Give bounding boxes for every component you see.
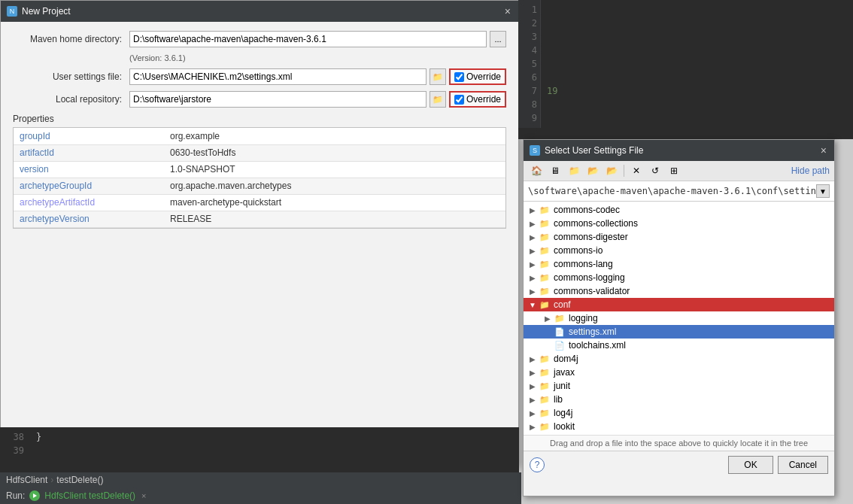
tree-label: dom4j [554, 354, 578, 364]
settings-close-button[interactable]: × [819, 144, 828, 156]
code-line: 19 [547, 84, 557, 98]
user-settings-override-checkbox[interactable] [454, 72, 464, 82]
tree-item-logging[interactable]: ▶ 📁 logging [524, 311, 834, 325]
folder-icon: 📁 [554, 313, 566, 323]
tree-item-settings-xml[interactable]: ▶ 📄 settings.xml [524, 325, 834, 339]
properties-table: groupId org.example artifactId 0630-test… [13, 127, 506, 229]
settings-titlebar: S Select User Settings File × [524, 140, 834, 161]
toolbar-refresh-button[interactable]: ↺ [647, 163, 663, 178]
tree-item-commons-lang[interactable]: ▶ 📁 commons-lang [524, 257, 834, 271]
tree-item-toolchains-xml[interactable]: ▶ 📄 toolchains.xml [524, 339, 834, 352]
folder-icon: 📁 [539, 272, 551, 283]
expand-icon: ▶ [527, 409, 539, 417]
run-icon [29, 490, 40, 501]
maven-version-text: (Version: 3.6.1) [129, 53, 506, 62]
line-number-39: 39 [0, 444, 24, 457]
tree-item-commons-logging[interactable]: ▶ 📁 commons-logging [524, 271, 834, 284]
folder-icon: 📁 [539, 367, 551, 378]
maven-home-input[interactable] [129, 31, 487, 47]
line-number: 4 [518, 44, 537, 57]
prop-val-2: 1.0-SNAPSHOT [164, 161, 505, 178]
tree-item-lib[interactable]: ▶ 📁 lib [524, 393, 834, 406]
run-tab-close[interactable]: × [141, 491, 146, 500]
maven-home-label: Maven home directory: [13, 34, 129, 44]
path-browse-button[interactable]: ▼ [816, 184, 830, 198]
code-line [547, 71, 557, 84]
maven-home-row: Maven home directory: ... [13, 31, 506, 47]
settings-toolbar: 🏠 🖥 📁 📂 📂 ✕ ↺ ⊞ Hide path [524, 161, 834, 181]
tree-label: toolchains.xml [569, 340, 626, 351]
toolbar-home-button[interactable]: 🏠 [528, 163, 545, 178]
local-repo-override-label: Override [466, 94, 501, 105]
local-repo-override-group: Override [449, 91, 506, 108]
tree-item-commons-collections[interactable]: ▶ 📁 commons-collections [524, 217, 834, 230]
help-button[interactable]: ? [530, 457, 545, 472]
file-tree[interactable]: ▶ 📁 commons-codec ▶ 📁 commons-collection… [524, 202, 834, 435]
toolbar-desktop-button[interactable]: 🖥 [547, 163, 563, 178]
run-label: Run: [6, 490, 25, 501]
ok-button[interactable]: OK [728, 456, 773, 474]
tree-item-junit[interactable]: ▶ 📁 junit [524, 379, 834, 393]
breadcrumb-bar: HdfsClient › testDelete() [0, 472, 521, 487]
code-content: 19 [541, 0, 563, 101]
tree-item-conf[interactable]: ▼ 📁 conf [524, 298, 834, 311]
tree-item-commons-digester[interactable]: ▶ 📁 commons-digester [524, 230, 834, 244]
line-number: 8 [518, 98, 537, 111]
line-number-38: 38 [0, 430, 24, 444]
user-settings-input[interactable] [129, 68, 426, 85]
code-line [547, 57, 557, 71]
tree-item-commons-validator[interactable]: ▶ 📁 commons-validator [524, 284, 834, 298]
settings-dialog: S Select User Settings File × 🏠 🖥 📁 📂 📂 … [523, 139, 835, 496]
code-line [547, 3, 557, 17]
tree-item-lookit[interactable]: ▶ 📁 lookit [524, 420, 834, 433]
toolbar-folder-button[interactable]: 📁 [566, 163, 582, 178]
maven-home-browse-button[interactable]: ... [490, 31, 506, 47]
new-project-titlebar: N New Project × [1, 1, 518, 22]
local-repo-input[interactable] [129, 91, 426, 108]
tree-label: conf [554, 299, 571, 310]
toolbar-separator [624, 165, 624, 177]
xml-icon: 📄 [554, 340, 566, 351]
breadcrumb-separator: › [50, 475, 53, 485]
path-input[interactable] [528, 186, 816, 196]
titlebar-left: N New Project [7, 6, 71, 17]
user-settings-input-group: 📁 Override [129, 68, 506, 85]
maven-home-input-group: ... [129, 31, 506, 47]
user-settings-row: User settings file: 📁 Override [13, 68, 506, 85]
toolbar-delete-button[interactable]: ✕ [628, 163, 645, 178]
new-project-dialog: N New Project × Maven home directory: ..… [0, 0, 519, 466]
expand-icon: ▶ [527, 355, 539, 363]
local-repo-input-group: 📁 Override [129, 91, 506, 108]
expand-icon: ▶ [527, 369, 539, 377]
folder-icon: 📁 [539, 259, 551, 269]
tree-label: commons-lang [554, 259, 613, 269]
local-repo-override-checkbox[interactable] [454, 95, 464, 105]
folder-icon: 📁 [539, 394, 551, 405]
toolbar-folder-up-button[interactable]: 📂 [584, 163, 601, 178]
toolbar-expand-button[interactable]: ⊞ [666, 163, 682, 178]
tree-item-commons-io[interactable]: ▶ 📁 commons-io [524, 244, 834, 257]
tree-label: commons-digester [554, 232, 628, 242]
folder-icon: 📁 [539, 218, 551, 229]
code-line [547, 17, 557, 30]
table-row: archetypeGroupId org.apache.maven.archet… [14, 178, 505, 194]
new-project-close-button[interactable]: × [503, 5, 512, 17]
prop-val-3: org.apache.maven.archetypes [164, 178, 505, 194]
code-editor-background: 1 2 3 4 5 6 7 8 9 19 [518, 0, 853, 139]
hide-path-link[interactable]: Hide path [791, 165, 830, 176]
tree-item-commons-codec[interactable]: ▶ 📁 commons-codec [524, 203, 834, 217]
tree-item-dom4j[interactable]: ▶ 📁 dom4j [524, 352, 834, 366]
properties-label: Properties [13, 114, 506, 124]
cancel-button[interactable]: Cancel [778, 456, 828, 474]
prop-val-5: RELEASE [164, 211, 505, 227]
folder-icon: 📁 [539, 354, 551, 364]
tree-label: commons-io [554, 245, 603, 256]
toolbar-new-folder-button[interactable]: 📂 [603, 163, 620, 178]
bottom-gutter: 38 39 [0, 430, 30, 457]
tree-item-log4j[interactable]: ▶ 📁 log4j [524, 406, 834, 420]
run-bar: Run: HdfsClient testDelete() × [0, 487, 521, 504]
user-settings-browse-button[interactable]: 📁 [430, 68, 446, 85]
prop-key-0: groupId [14, 128, 164, 144]
local-repo-browse-button[interactable]: 📁 [430, 91, 446, 108]
tree-item-javax[interactable]: ▶ 📁 javax [524, 366, 834, 379]
